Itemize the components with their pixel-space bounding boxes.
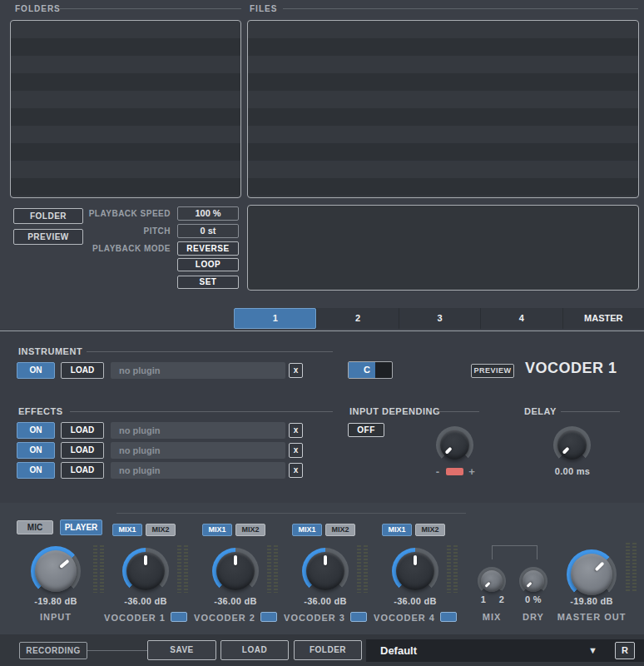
effect-row-3: ON LOAD no plugin x	[13, 462, 306, 479]
mix-right-label: 2	[497, 594, 507, 604]
player-button[interactable]: PLAYER	[60, 519, 102, 535]
folders-list[interactable]	[10, 20, 241, 198]
folders-section-label: FOLDERS	[15, 4, 61, 13]
effect-row-1: ON LOAD no plugin x	[13, 422, 306, 439]
effect1-clear-button[interactable]: x	[289, 423, 303, 438]
vocoder2-mix2-button[interactable]: MIX2	[235, 524, 265, 536]
vocoder2-mix1-button[interactable]: MIX1	[202, 524, 232, 536]
vocoder3-channel: MIX1 MIX2 -36.00 dB VOCODER 3	[277, 518, 374, 630]
vocoder2-gain-value: -36.00 dB	[187, 596, 284, 606]
instrument-on-button[interactable]: ON	[17, 362, 55, 379]
input-depending-minus-label: -	[433, 465, 443, 478]
waveform-display[interactable]	[247, 205, 639, 291]
vocoder1-channel-label: VOCODER 1	[97, 612, 194, 623]
effect2-load-button[interactable]: LOAD	[61, 442, 104, 459]
instrument-header-line	[87, 351, 333, 352]
vocoder2-channel: MIX1 MIX2 -36.00 dB VOCODER 2	[187, 518, 284, 630]
preset-dropdown[interactable]: Default ▼ R	[366, 639, 644, 662]
knob-pointer	[126, 552, 165, 590]
vocoder2-channel-label: VOCODER 2	[187, 612, 284, 623]
load-button[interactable]: LOAD	[220, 640, 289, 660]
effect3-on-button[interactable]: ON	[17, 462, 55, 479]
effect1-plugin-field[interactable]: no plugin	[111, 422, 285, 439]
vocoder4-gain-value: -36.00 dB	[367, 596, 463, 606]
vocoder4-mix1-button[interactable]: MIX1	[382, 524, 412, 536]
tab-2[interactable]: 2	[316, 308, 398, 329]
vocoder3-mix1-button[interactable]: MIX1	[292, 524, 322, 536]
input-channel-label: INPUT	[6, 612, 106, 622]
vocoder1-mix2-button[interactable]: MIX2	[146, 524, 176, 536]
master-out-knob[interactable]	[567, 549, 617, 599]
vocoder4-level-meter	[447, 545, 458, 593]
instrument-load-button[interactable]: LOAD	[61, 362, 104, 379]
vocoder4-channel: MIX1 MIX2 -36.00 dB VOCODER 4	[367, 518, 463, 630]
input-depending-indicator[interactable]	[446, 468, 463, 475]
channel-preview-button[interactable]: PREVIEW	[471, 364, 514, 378]
effect1-load-button[interactable]: LOAD	[61, 422, 104, 439]
input-channel: MIC PLAYER -19.80 dB INPUT	[6, 518, 106, 630]
vocoder2-gain-knob[interactable]	[212, 548, 259, 594]
set-button[interactable]: SET	[177, 276, 239, 289]
mic-button[interactable]: MIC	[17, 520, 53, 534]
playback-speed-value[interactable]: 100 %	[177, 206, 239, 221]
knob-pointer	[396, 552, 434, 590]
reverse-button[interactable]: REVERSE	[177, 241, 239, 256]
tab-3[interactable]: 3	[399, 308, 480, 329]
channel-title: VOCODER 1	[525, 360, 617, 377]
effect3-plugin-field[interactable]: no plugin	[111, 462, 285, 479]
vocoder1-led-button[interactable]	[171, 612, 187, 622]
loop-button[interactable]: LOOP	[177, 258, 239, 271]
vocoder3-channel-label: VOCODER 3	[277, 612, 374, 623]
effect2-on-button[interactable]: ON	[17, 442, 55, 459]
vocoder3-mix2-button[interactable]: MIX2	[325, 524, 355, 536]
vocoder4-mix2-button[interactable]: MIX2	[415, 524, 445, 536]
effect3-clear-button[interactable]: x	[289, 463, 303, 478]
effect3-load-button[interactable]: LOAD	[61, 462, 104, 479]
input-depending-off-button[interactable]: OFF	[348, 423, 384, 437]
files-section-label: FILES	[250, 4, 277, 13]
pitch-value[interactable]: 0 st	[177, 224, 239, 238]
vocoder3-gain-value: -36.00 dB	[277, 596, 374, 606]
effect2-plugin-field[interactable]: no plugin	[111, 442, 285, 459]
recording-button[interactable]: RECORDING	[19, 642, 87, 659]
instrument-clear-button[interactable]: x	[289, 363, 303, 378]
tabs-separator-line	[0, 331, 644, 331]
tab-master[interactable]: MASTER	[562, 308, 644, 329]
vocoder1-channel: MIX1 MIX2 -36.00 dB VOCODER 1	[97, 518, 194, 630]
vocoder4-led-button[interactable]	[440, 612, 457, 622]
mix-left-label: 1	[478, 594, 488, 604]
playback-speed-label: PLAYBACK SPEED	[50, 209, 171, 218]
mix-knob[interactable]	[478, 567, 506, 595]
master-channel: -19.80 dB MASTER OUT	[542, 518, 642, 630]
knob-pointer	[552, 425, 592, 465]
save-button[interactable]: SAVE	[147, 640, 216, 660]
folder-open-button[interactable]: FOLDER	[294, 640, 362, 660]
note-range-display[interactable]: C	[348, 361, 393, 379]
tab-4[interactable]: 4	[480, 308, 562, 329]
vocoder3-gain-knob[interactable]	[302, 548, 349, 594]
input-gain-knob[interactable]	[31, 546, 81, 596]
input-depending-plus-label: +	[467, 465, 477, 478]
vocoder2-led-button[interactable]	[260, 612, 277, 622]
master-out-value: -19.80 dB	[542, 596, 642, 606]
instrument-plugin-field[interactable]: no plugin	[111, 362, 285, 379]
vocoder1-gain-knob[interactable]	[122, 548, 169, 594]
effect2-clear-button[interactable]: x	[289, 443, 303, 458]
pitch-label: PITCH	[50, 226, 171, 236]
vocoder4-gain-knob[interactable]	[392, 548, 438, 594]
vocoder1-mix1-button[interactable]: MIX1	[112, 524, 142, 536]
chevron-down-icon[interactable]: ▼	[588, 639, 597, 662]
files-list[interactable]	[247, 20, 639, 198]
tab-1[interactable]: 1	[234, 308, 316, 329]
master-channel-label: MASTER OUT	[542, 612, 642, 622]
effect1-on-button[interactable]: ON	[17, 422, 55, 439]
vocoder2-label-text: VOCODER 2	[194, 613, 255, 623]
record-arm-button[interactable]: R	[615, 642, 635, 659]
instrument-plugin-row: ON LOAD no plugin x	[13, 362, 306, 379]
delay-knob[interactable]	[553, 426, 591, 464]
playback-mode-label: PLAYBACK MODE	[50, 244, 171, 253]
effects-header-line	[70, 411, 333, 412]
vocoder4-channel-label: VOCODER 4	[367, 612, 463, 623]
vocoder3-led-button[interactable]	[350, 612, 367, 622]
input-depending-knob[interactable]	[436, 426, 473, 464]
